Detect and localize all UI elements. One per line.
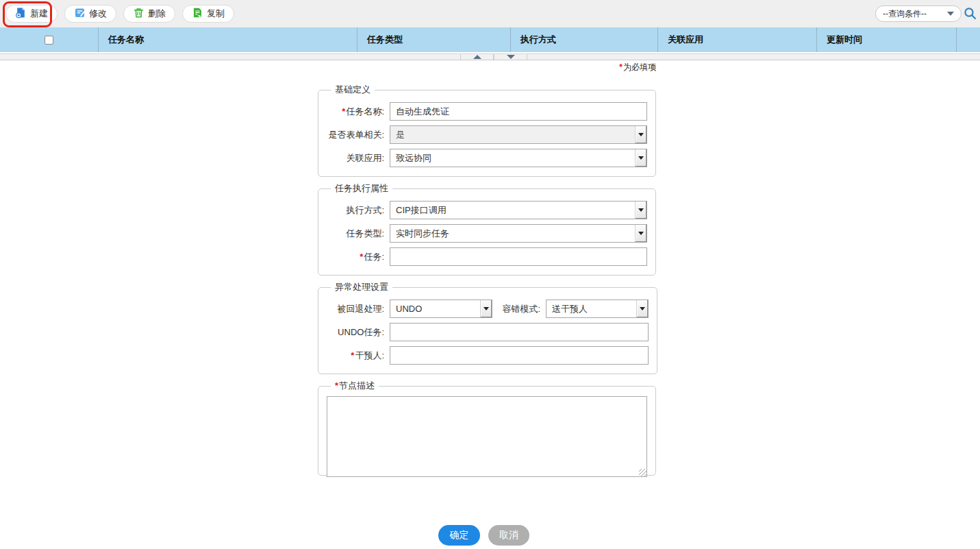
trash-icon — [133, 7, 145, 21]
task-name-label-text: 任务名称: — [346, 106, 384, 117]
form-related-select[interactable]: 是 — [390, 125, 647, 144]
fault-mode-label: 容错模式: — [492, 303, 546, 315]
required-note-text: 为必填项 — [623, 62, 656, 72]
column-header-exec-method[interactable]: 执行方式 — [510, 27, 657, 52]
search-icon — [963, 12, 977, 23]
dropdown-arrow-icon — [638, 232, 644, 235]
column-header-filler — [956, 27, 980, 52]
form-row-task-type: 任务类型: 实时同步任务 — [327, 224, 647, 243]
collapse-up-button[interactable] — [460, 54, 494, 60]
form-row-related-app: 关联应用: 致远协同 — [327, 149, 647, 167]
splitter-controls — [460, 54, 527, 60]
toolbar-buttons: 新建 修改 — [5, 5, 234, 23]
form-row-undo-task: UNDO任务: — [327, 323, 649, 341]
dropdown-arrow-icon — [638, 208, 644, 212]
column-header-task-name[interactable]: 任务名称 — [98, 27, 357, 52]
form-row-form-related: 是否表单相关: 是 — [327, 125, 647, 144]
related-app-select[interactable]: 致远协同 — [390, 149, 647, 167]
undo-task-label: UNDO任务: — [327, 326, 390, 339]
task-input[interactable] — [390, 247, 647, 266]
required-asterisk: * — [360, 252, 363, 262]
required-asterisk: * — [351, 350, 354, 361]
form-row-intervener: *干预人: — [327, 346, 649, 365]
required-asterisk: * — [335, 380, 338, 391]
task-name-input[interactable] — [390, 102, 647, 121]
task-type-select-button[interactable] — [635, 225, 646, 242]
rollback-select[interactable]: UNDO — [390, 300, 492, 318]
form-row-task: *任务: — [327, 247, 647, 266]
form-row-exec-method: 执行方式: CIP接口调用 — [327, 201, 647, 219]
fault-mode-select-value: 送干预人 — [546, 300, 636, 317]
dropdown-arrow-icon — [638, 156, 644, 160]
rollback-label: 被回退处理: — [327, 303, 390, 315]
dropdown-arrow-icon — [483, 307, 489, 310]
form-related-select-value: 是 — [390, 126, 635, 143]
chevron-down-icon — [947, 12, 954, 16]
task-label-text: 任务: — [364, 252, 384, 262]
modify-button[interactable]: 修改 — [64, 5, 116, 23]
modify-button-label: 修改 — [89, 8, 107, 20]
section-basic-definition: 基础定义 *任务名称: 是否表单相关: 是 关联应用: 致远协同 — [318, 84, 656, 177]
undo-task-input[interactable] — [390, 323, 649, 341]
section-node-description: *节点描述 — [318, 380, 656, 476]
delete-button-label: 删除 — [148, 8, 166, 20]
node-description-textarea[interactable] — [327, 396, 647, 477]
column-header-update-time[interactable]: 更新时间 — [816, 27, 956, 52]
task-label: *任务: — [327, 251, 390, 263]
task-type-label: 任务类型: — [327, 228, 390, 240]
table-header-row: 任务名称 任务类型 执行方式 关联应用 更新时间 — [0, 27, 980, 52]
exec-method-select-value: CIP接口调用 — [390, 202, 635, 219]
dropdown-arrow-icon — [638, 133, 644, 136]
select-all-checkbox[interactable] — [45, 36, 53, 45]
column-header-related-app[interactable]: 关联应用 — [657, 27, 816, 52]
form-row-rollback-fault: 被回退处理: UNDO 容错模式: 送干预人 — [327, 300, 649, 318]
copy-document-icon — [192, 7, 203, 21]
collapse-down-button[interactable] — [494, 54, 527, 60]
intervener-input[interactable] — [390, 346, 649, 365]
exec-method-select-button[interactable] — [635, 202, 646, 219]
panel-splitter[interactable] — [0, 53, 980, 60]
required-asterisk: * — [342, 106, 345, 117]
section-node-description-legend: *节点描述 — [331, 380, 379, 392]
table-header-checkbox-cell — [0, 27, 98, 52]
node-description-legend-text: 节点描述 — [339, 380, 375, 391]
new-button-label: 新建 — [30, 8, 48, 20]
intervener-label: *干预人: — [327, 350, 390, 362]
arrow-down-icon — [507, 55, 515, 59]
new-button[interactable]: 新建 — [5, 5, 58, 23]
task-type-select[interactable]: 实时同步任务 — [390, 224, 647, 243]
arrow-up-icon — [473, 55, 481, 59]
toolbar: 新建 修改 — [0, 0, 980, 27]
rollback-select-value: UNDO — [390, 300, 480, 317]
query-condition-value: --查询条件-- — [883, 8, 927, 20]
copy-button-label: 复制 — [207, 8, 225, 20]
delete-button[interactable]: 删除 — [123, 5, 175, 23]
task-type-select-value: 实时同步任务 — [390, 225, 635, 242]
rollback-select-button[interactable] — [480, 300, 492, 317]
ok-button[interactable]: 确定 — [438, 525, 480, 546]
task-name-label: *任务名称: — [327, 106, 390, 118]
required-asterisk: * — [619, 62, 623, 72]
page: 新建 修改 — [0, 0, 980, 549]
exec-method-select[interactable]: CIP接口调用 — [390, 201, 647, 219]
section-exception-handling: 异常处理设置 被回退处理: UNDO 容错模式: 送干预人 UNDO任务: *干… — [318, 281, 657, 374]
section-exception-handling-legend: 异常处理设置 — [331, 281, 392, 293]
form-related-select-button[interactable] — [635, 126, 646, 143]
copy-button[interactable]: 复制 — [182, 5, 234, 23]
section-task-exec-properties: 任务执行属性 执行方式: CIP接口调用 任务类型: 实时同步任务 *任务: — [318, 182, 656, 276]
fault-mode-select-button[interactable] — [636, 300, 648, 317]
fault-mode-select[interactable]: 送干预人 — [546, 300, 649, 318]
dropdown-arrow-icon — [640, 307, 645, 310]
section-basic-definition-legend: 基础定义 — [331, 84, 375, 96]
cancel-button[interactable]: 取消 — [488, 525, 529, 546]
new-document-plus-icon — [15, 7, 27, 21]
related-app-label: 关联应用: — [327, 152, 390, 164]
related-app-select-value: 致远协同 — [390, 149, 635, 167]
query-condition-dropdown[interactable]: --查询条件-- — [875, 5, 962, 22]
edit-document-icon — [74, 7, 86, 21]
search-button[interactable] — [962, 6, 977, 21]
related-app-select-button[interactable] — [635, 149, 646, 167]
section-task-exec-properties-legend: 任务执行属性 — [331, 182, 392, 195]
form-row-task-name: *任务名称: — [327, 102, 647, 121]
column-header-task-type[interactable]: 任务类型 — [357, 27, 510, 52]
